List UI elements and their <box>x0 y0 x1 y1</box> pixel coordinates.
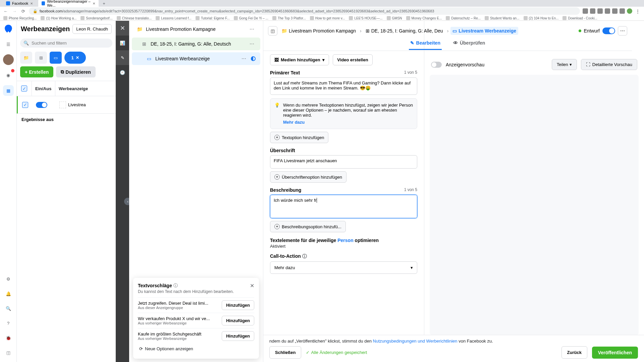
ext-icon[interactable] <box>612 8 618 14</box>
bookmark[interactable]: Gong Fei De Yi – ... <box>234 16 268 20</box>
search-input[interactable]: 🔍 <box>20 39 112 48</box>
headline-input[interactable]: FIFA Livestream jetzt anschauen <box>270 155 417 169</box>
bookmark[interactable]: Sonderangebot!... <box>80 16 113 20</box>
tree-adset[interactable]: ⊞ DE, 18-25, I: Gaming, G: Alle, Deutsch… <box>132 38 260 50</box>
ext-icon[interactable] <box>597 8 603 14</box>
col-toggle[interactable]: Ein/Aus <box>32 81 55 96</box>
ad-status-toggle[interactable] <box>602 27 615 34</box>
edit-icon[interactable]: ✎ <box>116 50 129 65</box>
crumb-ad[interactable]: ▭Livestream Werbeanzeige <box>450 27 518 35</box>
menu-icon[interactable]: ⋮ <box>634 9 641 14</box>
ext-icon[interactable] <box>627 8 632 14</box>
add-suggestion-button[interactable]: Hinzufügen <box>222 331 254 341</box>
publish-button[interactable]: Veröffentlichen <box>592 347 638 359</box>
bell-icon[interactable]: 🔔 <box>3 288 14 299</box>
back-button[interactable]: Zurück <box>561 346 587 359</box>
bookmark[interactable]: GMSN <box>387 16 402 20</box>
add-text-option-button[interactable]: +Textoption hinzufügen <box>270 132 328 143</box>
close-button[interactable]: Schließen <box>269 346 301 359</box>
create-button[interactable]: +Erstellen <box>20 66 53 77</box>
account-dropdown[interactable]: Leon R. Chaudh <box>72 24 112 34</box>
bookmark[interactable]: How to get more v... <box>310 16 345 20</box>
bookmark[interactable]: Lessons Learned f... <box>156 16 192 20</box>
bookmark[interactable]: Money Changes E... <box>406 16 442 20</box>
panel-icon[interactable]: ◫ <box>3 347 14 358</box>
filter-chip[interactable]: 1 ✕ <box>64 52 86 64</box>
ext-icon[interactable] <box>590 8 595 14</box>
ext-icon[interactable] <box>605 8 610 14</box>
panel-toggle-icon[interactable]: ◫ <box>268 26 277 36</box>
meta-logo-icon[interactable] <box>3 24 13 34</box>
new-tab-button[interactable]: + <box>100 1 108 6</box>
close-icon[interactable]: ✕ <box>76 55 79 60</box>
bookmark[interactable]: Datenschutz – Re... <box>446 16 481 20</box>
cta-select[interactable]: Mehr dazu ▾ <box>270 261 417 274</box>
preview-toggle[interactable] <box>431 62 442 68</box>
more-icon[interactable]: ⋯ <box>240 56 248 61</box>
duplicate-button[interactable]: ⧉Duplizieren <box>56 66 95 77</box>
back-icon[interactable]: ← <box>3 8 9 14</box>
crumb-campaign[interactable]: 📁Livestream Promotion Kampagn <box>279 27 358 35</box>
tab-review[interactable]: 👁Überprüfen <box>452 37 486 50</box>
table-row[interactable]: ✓ Livestrea <box>17 96 116 114</box>
bookmark[interactable]: Download - Cooki... <box>562 16 597 20</box>
search-field[interactable] <box>32 41 109 46</box>
more-menu-button[interactable]: ⋯ <box>618 26 627 36</box>
help-icon[interactable]: ? <box>3 318 14 328</box>
bookmark[interactable]: (2) 104 How to En... <box>524 16 559 20</box>
tab-adsets[interactable]: ⊞ <box>35 52 47 64</box>
add-headline-option-button[interactable]: +Überschriftenoption hinzufügen <box>270 171 346 183</box>
tab-edit[interactable]: ✎Bearbeiten <box>409 37 442 50</box>
ext-icon[interactable] <box>583 8 588 14</box>
bookmark[interactable]: Tutorial: Eigene F... <box>196 16 230 20</box>
description-input[interactable]: Ich würde mich sehr fr <box>270 195 417 218</box>
avatar[interactable] <box>3 54 14 65</box>
crumb-adset[interactable]: ⊞DE, 18-25, I: Gaming, G: Alle, Deu <box>364 27 445 35</box>
primary-text-input[interactable]: Lust auf mehr Streams zum Thema FIFA und… <box>270 77 417 95</box>
more-suggestions-button[interactable]: ⟳ Neue Optionen anzeigen <box>138 344 254 354</box>
info-icon[interactable]: ⓘ <box>302 253 307 259</box>
add-suggestion-button[interactable]: Hinzufügen <box>222 300 254 310</box>
add-media-button[interactable]: 🖼Medien hinzufügen▾ <box>270 54 329 65</box>
status-toggle[interactable] <box>36 102 47 108</box>
browser-tab[interactable]: Facebook ✕ <box>3 0 37 6</box>
more-icon[interactable]: ⋯ <box>248 41 256 47</box>
checkbox-all[interactable]: ✓ <box>21 85 27 92</box>
person-link[interactable]: Person <box>337 238 353 243</box>
gauge-icon[interactable]: ◉ <box>3 70 14 80</box>
bookmark[interactable]: Chinese translatio... <box>117 16 152 20</box>
close-icon[interactable]: ✕ <box>30 2 34 5</box>
hamburger-icon[interactable]: ☰ <box>3 39 14 50</box>
info-icon[interactable]: ⓘ <box>173 283 178 289</box>
close-editor-button[interactable]: ✕ <box>116 21 129 36</box>
terms-link[interactable]: Nutzungsbedingungen und Werberichtlinien <box>373 339 458 344</box>
gear-icon[interactable]: ⚙ <box>3 274 14 284</box>
share-button[interactable]: Teilen▾ <box>552 59 577 70</box>
history-icon[interactable]: 🕘 <box>116 65 129 80</box>
add-description-option-button[interactable]: +Beschreibungsoption hinzufü... <box>270 221 346 232</box>
more-icon[interactable]: ⋯ <box>248 26 256 32</box>
add-suggestion-button[interactable]: Hinzufügen <box>222 316 254 325</box>
bookmark[interactable]: Phone Recycling... <box>3 16 37 20</box>
grid-icon[interactable]: ▦ <box>3 85 14 96</box>
bug-icon[interactable]: 🐞 <box>3 333 14 343</box>
close-icon[interactable]: ✕ <box>93 2 95 5</box>
tree-ad[interactable]: ▭ Livestream Werbeanzeige ⋯ <box>132 52 260 65</box>
checkbox[interactable]: ✓ <box>22 102 28 108</box>
search-icon[interactable]: 🔍 <box>3 303 14 314</box>
address-bar[interactable]: 🔒 facebook.com /adsmanager/manage/ads/ed… <box>29 7 580 15</box>
tab-ads-icon[interactable]: ▭ <box>50 52 62 64</box>
close-icon[interactable]: ✕ <box>250 283 254 289</box>
reload-icon[interactable]: ⟳ <box>20 8 26 14</box>
bookmark[interactable]: (1) How Working a... <box>41 16 76 20</box>
forward-icon[interactable]: → <box>11 8 17 14</box>
bookmark[interactable]: LEE'S HOUSE—... <box>349 16 382 20</box>
bookmark[interactable]: The Top 3 Platfor... <box>272 16 306 20</box>
bookmark[interactable]: Student Wants an... <box>485 16 519 20</box>
chart-icon[interactable]: 📊 <box>116 36 129 50</box>
col-ad[interactable]: Werbeanzeige <box>55 81 116 96</box>
tree-campaign[interactable]: 📁 Livestream Promotion Kampagne ⋯ <box>132 23 260 36</box>
detailed-preview-button[interactable]: ⛶Detaillierte Vorschau <box>581 59 637 70</box>
ext-icon[interactable] <box>620 8 625 14</box>
learn-more-link[interactable]: Mehr dazu <box>283 120 413 125</box>
